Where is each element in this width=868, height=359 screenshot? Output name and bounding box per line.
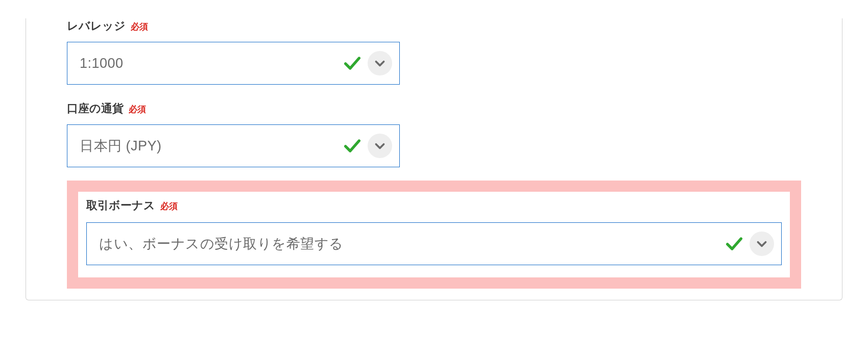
chevron-down-icon[interactable] (750, 232, 774, 256)
label-text-bonus: 取引ボーナス (86, 198, 155, 213)
field-bonus: 取引ボーナス 必須 はい、ボーナスの受け取りを希望する (86, 198, 782, 265)
label-text-currency: 口座の通貨 (67, 101, 124, 116)
chevron-down-icon[interactable] (368, 51, 392, 75)
select-value-leverage: 1:1000 (80, 56, 124, 71)
chevron-down-icon[interactable] (368, 134, 392, 158)
select-right-bonus (724, 232, 774, 256)
field-label-currency: 口座の通貨 必須 (67, 101, 801, 116)
select-right-currency (342, 134, 392, 158)
highlight-box-bonus: 取引ボーナス 必須 はい、ボーナスの受け取りを希望する (67, 181, 801, 289)
select-value-currency: 日本円 (JPY) (80, 137, 162, 155)
required-badge-currency: 必須 (129, 104, 146, 115)
required-badge-bonus: 必須 (160, 200, 178, 212)
label-text-leverage: レバレッジ (67, 18, 126, 34)
check-icon (342, 53, 363, 73)
select-leverage[interactable]: 1:1000 (67, 42, 400, 85)
select-bonus[interactable]: はい、ボーナスの受け取りを希望する (86, 222, 782, 265)
required-badge-leverage: 必須 (131, 21, 148, 33)
form-inner: レバレッジ 必須 1:1000 口座の通貨 必須 (26, 18, 842, 289)
check-icon (724, 234, 744, 254)
form-card: レバレッジ 必須 1:1000 口座の通貨 必須 (26, 18, 842, 300)
field-currency: 口座の通貨 必須 日本円 (JPY) (67, 101, 801, 167)
check-icon (342, 136, 363, 156)
field-label-bonus: 取引ボーナス 必須 (86, 198, 782, 213)
field-label-leverage: レバレッジ 必須 (67, 18, 801, 34)
field-leverage: レバレッジ 必須 1:1000 (67, 18, 801, 85)
select-right-leverage (342, 51, 392, 75)
select-currency[interactable]: 日本円 (JPY) (67, 124, 400, 167)
select-value-bonus: はい、ボーナスの受け取りを希望する (99, 235, 344, 253)
